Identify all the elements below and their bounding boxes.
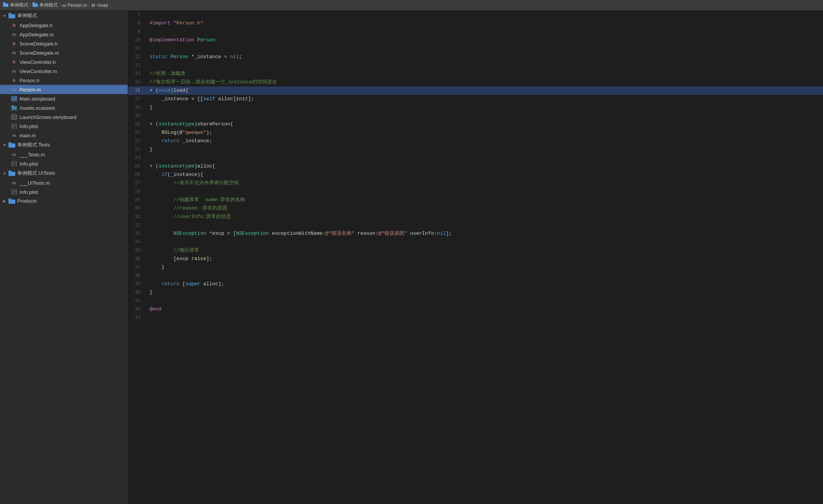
- svg-rect-14: [12, 115, 16, 119]
- svg-rect-1: [3, 2, 5, 4]
- breadcrumb-item-1[interactable]: 单例模式: [10, 2, 28, 8]
- svg-rect-0: [3, 3, 8, 7]
- code-line-14: 14//作用：加载类: [128, 70, 823, 78]
- line-number: 36: [128, 255, 146, 263]
- line-number: 27: [128, 179, 146, 187]
- sidebar-item-main-storyboard[interactable]: Main.storyboard: [0, 94, 128, 103]
- line-content: [146, 44, 823, 53]
- sidebar-item-info-plist[interactable]: Info.plist: [0, 122, 128, 131]
- code-line-25: 25+ (instancetype)alloc{: [128, 162, 823, 171]
- line-content: //userInfo:异常的信息: [146, 213, 823, 221]
- svg-rect-32: [8, 198, 11, 200]
- svg-rect-12: [11, 105, 14, 107]
- sidebar-item-assets[interactable]: Assets.xcassets: [0, 103, 128, 112]
- sidebar-item-viewcontroller-h[interactable]: h ViewController.h: [0, 57, 128, 67]
- sidebar-item-uitests-m[interactable]: m ___UITests.m: [0, 178, 128, 187]
- code-line-39: 39 return [super alloc];: [128, 280, 823, 288]
- line-number: 40: [128, 288, 146, 297]
- folder-icon-main: [8, 13, 15, 18]
- line-content: //创建异常 name:异常的名称: [146, 196, 823, 204]
- sidebar-group-tests-label: 单例模式 Tests: [17, 141, 50, 148]
- code-line-7: 7: [128, 11, 823, 19]
- sidebar-item-launchscreen[interactable]: LaunchScreen.storyboard: [0, 112, 128, 122]
- line-number: 12: [128, 53, 146, 61]
- line-content: }: [146, 145, 823, 154]
- breadcrumb-folder-icon: [3, 2, 8, 8]
- line-number: 31: [128, 213, 146, 221]
- sidebar-group-tests: ▼ 单例模式 Tests m ___Tests.m: [0, 140, 128, 168]
- code-line-10: 10@implementation Person: [128, 36, 823, 44]
- sidebar-item-appdelegate-m[interactable]: m AppDelegate.m: [0, 30, 128, 39]
- line-number: 23: [128, 145, 146, 154]
- sidebar-item-tests-m[interactable]: m ___Tests.m: [0, 150, 128, 159]
- sidebar-item-scenedelegate-m[interactable]: m SceneDelegate.m: [0, 48, 128, 57]
- sidebar-item-scenedelegate-h[interactable]: h SceneDelegate.h: [0, 39, 128, 48]
- line-content: return _instance;: [146, 137, 823, 145]
- code-line-20: 20+ (instancetype)sharePerson{: [128, 120, 823, 128]
- line-content: }: [146, 103, 823, 112]
- sidebar-group-products-header[interactable]: ▶ Products: [0, 197, 128, 205]
- sidebar-item-tests-plist[interactable]: Info.plist: [0, 159, 128, 168]
- line-content: [146, 187, 823, 196]
- code-line-42: 42@end: [128, 305, 823, 314]
- code-line-16: 16+ (void)load{: [128, 86, 823, 95]
- sidebar-item-viewcontroller-m[interactable]: m ViewController.m: [0, 67, 128, 76]
- line-number: 17: [128, 95, 146, 103]
- line-content: [146, 112, 823, 120]
- breadcrumb-item-2[interactable]: 单例模式: [39, 2, 58, 8]
- sidebar-item-appdelegate-h[interactable]: h AppDelegate.h: [0, 21, 128, 30]
- code-line-41: 41: [128, 297, 823, 305]
- plist-icon-3: [11, 189, 18, 195]
- line-content: }: [146, 288, 823, 297]
- line-number: 16: [128, 86, 146, 95]
- breadcrumb-item-3[interactable]: Person.m: [67, 3, 87, 8]
- line-number: 33: [128, 229, 146, 238]
- line-content: }: [146, 263, 823, 272]
- line-number: 9: [128, 28, 146, 36]
- sidebar-item-uitests-plist[interactable]: Info.plist: [0, 187, 128, 197]
- top-bar: 单例模式 / 单例模式 / m Person.m / M +load: [0, 0, 823, 11]
- sidebar-group-main-header[interactable]: ▼ 单例模式: [0, 11, 128, 21]
- sidebar-group-products: ▶ Products: [0, 197, 128, 205]
- line-number: 18: [128, 103, 146, 112]
- svg-rect-20: [8, 142, 11, 144]
- code-line-40: 40}: [128, 288, 823, 297]
- folder-icon-products: [8, 198, 15, 204]
- code-line-19: 19: [128, 112, 823, 120]
- line-content: _instance = [[self alloc]init];: [146, 95, 823, 103]
- svg-rect-5: [8, 13, 11, 15]
- code-editor[interactable]: 7 8#import "Person.h"9 10@implementation…: [128, 11, 823, 504]
- svg-rect-8: [12, 97, 16, 100]
- line-number: 32: [128, 221, 146, 229]
- sidebar: ▼ 单例模式 h AppDelegate.h m AppDelegate.m: [0, 11, 128, 504]
- sidebar-item-person-h[interactable]: h Person.h: [0, 76, 128, 85]
- line-content: + (instancetype)alloc{: [146, 162, 823, 171]
- line-content: //每次程序一启动，就会创建一个_instance的空间进去: [146, 78, 823, 86]
- m-file-icon-2: m: [11, 50, 18, 55]
- sidebar-item-person-m[interactable]: m Person.m: [0, 85, 128, 94]
- line-content: [146, 238, 823, 246]
- line-number: 24: [128, 154, 146, 162]
- code-line-29: 29 //创建异常 name:异常的名称: [128, 196, 823, 204]
- line-content: [146, 221, 823, 229]
- plist-icon-2: [11, 161, 18, 166]
- sidebar-group-tests-header[interactable]: ▼ 单例模式 Tests: [0, 140, 128, 150]
- code-line-31: 31 //userInfo:异常的信息: [128, 213, 823, 221]
- line-content: //表示不允许外界再分配空间: [146, 179, 823, 187]
- line-content: #import "Person.h": [146, 19, 823, 28]
- sidebar-group-main-label: 单例模式: [17, 12, 37, 19]
- breadcrumb-item-4[interactable]: +load: [96, 3, 108, 8]
- line-content: [146, 154, 823, 162]
- sidebar-group-uitests-header[interactable]: ▼ 单例模式 UITests: [0, 168, 128, 178]
- line-number: 42: [128, 305, 146, 314]
- folder-icon-tests: [8, 142, 15, 148]
- line-content: //作用：加载类: [146, 70, 823, 78]
- code-line-43: 43: [128, 314, 823, 322]
- breadcrumb: 单例模式 / 单例模式 / m Person.m / M +load: [3, 2, 108, 8]
- code-line-38: 38: [128, 272, 823, 280]
- sidebar-item-main-m[interactable]: m main.m: [0, 131, 128, 140]
- code-line-24: 24: [128, 154, 823, 162]
- line-number: 43: [128, 314, 146, 322]
- storyboard-icon-2: [11, 114, 18, 120]
- line-content: static Person *_instance = nil;: [146, 53, 823, 61]
